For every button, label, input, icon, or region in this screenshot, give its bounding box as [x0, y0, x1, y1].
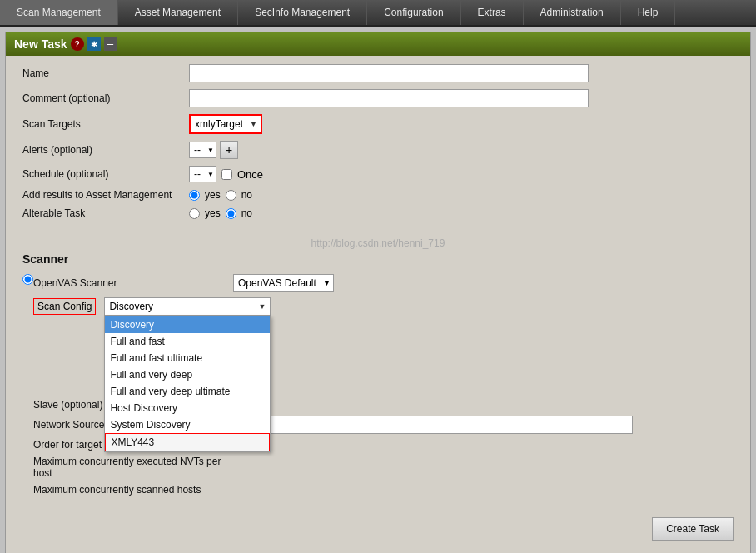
alterable-radio-wrapper: yes no: [189, 207, 734, 219]
bottom-bar: Create Task: [6, 509, 750, 549]
scan-config-dropdown-list: Discovery Full and fast Full and fast ul…: [104, 316, 271, 452]
scan-config-display[interactable]: Discovery ▼: [104, 297, 271, 316]
scan-targets-control: xmlyTarget: [189, 114, 734, 134]
alterable-control: yes no: [189, 207, 734, 219]
alerts-wrapper: -- +: [189, 141, 734, 159]
scanner-row: OpenVAS Scanner OpenVAS Default Scan Con…: [22, 274, 734, 501]
max-hosts-label: Maximum concurrently scanned hosts: [33, 484, 233, 496]
scan-config-dropdown-wrapper: Discovery ▼ Discovery Full and fast Full…: [104, 297, 271, 316]
once-label: Once: [237, 168, 263, 181]
settings-icon[interactable]: ✱: [87, 37, 101, 51]
add-results-no-radio[interactable]: [226, 190, 236, 201]
menu-secinfo-management[interactable]: SecInfo Management: [238, 0, 367, 25]
schedule-control: -- Once: [189, 166, 734, 182]
add-results-no-label: no: [241, 189, 252, 201]
scan-targets-label: Scan Targets: [22, 118, 189, 130]
alerts-select[interactable]: --: [189, 142, 216, 158]
dropdown-item-xmly443[interactable]: XMLY443: [105, 433, 270, 451]
menu-administration[interactable]: Administration: [524, 0, 621, 25]
alterable-yes-radio[interactable]: [189, 208, 200, 219]
scanner-fields: OpenVAS Scanner OpenVAS Default Scan Con…: [33, 274, 734, 501]
schedule-label: Schedule (optional): [22, 168, 189, 180]
menu-help[interactable]: Help: [621, 0, 676, 25]
add-results-row: Add results to Asset Management yes no: [22, 189, 734, 201]
name-input[interactable]: xmlyTask: [189, 64, 589, 82]
add-results-radio-wrapper: yes no: [189, 189, 734, 201]
menu-configuration[interactable]: Configuration: [367, 0, 460, 25]
add-results-yes-radio[interactable]: [189, 190, 200, 201]
openvas-scanner-select[interactable]: OpenVAS Default: [233, 274, 334, 292]
create-task-button[interactable]: Create Task: [652, 517, 734, 541]
scan-config-arrow: ▼: [258, 302, 266, 311]
alterable-row: Alterable Task yes no: [22, 207, 734, 219]
menu-asset-management[interactable]: Asset Management: [118, 0, 238, 25]
scan-config-label: Scan Config: [33, 298, 96, 315]
alterable-no-label: no: [241, 207, 252, 219]
max-nvts-label: Maximum concurrently executed NVTs per h…: [33, 456, 233, 479]
add-results-yes-label: yes: [205, 189, 221, 201]
alerts-select-wrapper: --: [189, 142, 216, 158]
alerts-add-button[interactable]: +: [220, 141, 238, 159]
openvas-scanner-select-wrapper: OpenVAS Default: [233, 274, 334, 292]
scan-targets-row: Scan Targets xmlyTarget: [22, 114, 734, 134]
scanner-section: Scanner OpenVAS Scanner OpenVAS Default …: [6, 252, 750, 501]
add-results-label: Add results to Asset Management: [22, 189, 189, 201]
dropdown-item-full-fast[interactable]: Full and fast: [105, 333, 270, 350]
scan-config-value: Discovery: [109, 301, 153, 312]
dropdown-item-discovery[interactable]: Discovery: [105, 316, 270, 333]
scan-target-select-wrapper: xmlyTarget: [189, 114, 262, 134]
schedule-row: Schedule (optional) -- Once: [22, 166, 734, 182]
max-nvts-row: Maximum concurrently executed NVTs per h…: [33, 456, 734, 479]
name-label: Name: [22, 67, 189, 79]
network-interface-input[interactable]: [233, 416, 633, 434]
alerts-row: Alerts (optional) -- +: [22, 141, 734, 159]
dropdown-item-full-very-deep[interactable]: Full and very deep: [105, 366, 270, 383]
menu-scan-management[interactable]: Scan Management: [0, 0, 118, 25]
menu-bar: Scan Management Asset Management SecInfo…: [0, 0, 756, 27]
scan-target-select[interactable]: xmlyTarget: [191, 116, 261, 132]
comment-label: Comment (optional): [22, 92, 189, 104]
help-icon[interactable]: ?: [71, 37, 84, 51]
dropdown-item-host-discovery[interactable]: Host Discovery: [105, 400, 270, 416]
alterable-no-radio[interactable]: [226, 208, 236, 219]
list-icon[interactable]: ☰: [104, 37, 117, 51]
openvas-scanner-label: OpenVAS Scanner: [33, 277, 233, 289]
page-title: New Task: [14, 37, 67, 51]
comment-control: xmlyTask: [189, 89, 734, 107]
dropdown-item-full-fast-ultimate[interactable]: Full and fast ultimate: [105, 350, 270, 366]
name-control: xmlyTask: [189, 64, 734, 82]
schedule-wrapper: -- Once: [189, 166, 734, 182]
add-results-control: yes no: [189, 189, 734, 201]
main-content: New Task ? ✱ ☰ Name xmlyTask Comment (op…: [5, 32, 751, 553]
alerts-control: -- +: [189, 141, 734, 159]
comment-row: Comment (optional) xmlyTask: [22, 89, 734, 107]
alterable-yes-label: yes: [205, 207, 221, 219]
schedule-select[interactable]: --: [189, 166, 216, 182]
alerts-label: Alerts (optional): [22, 144, 189, 156]
form-area: Name xmlyTask Comment (optional) xmlyTas…: [6, 56, 750, 234]
dropdown-item-full-very-deep-ultimate[interactable]: Full and very deep ultimate: [105, 383, 270, 400]
watermark: http://blog.csdn.net/henni_719: [6, 234, 750, 252]
dropdown-item-system-discovery[interactable]: System Discovery: [105, 416, 270, 433]
once-checkbox[interactable]: [221, 169, 232, 180]
scan-config-row: Scan Config Discovery ▼ Discovery Full a…: [33, 297, 734, 316]
alterable-label: Alterable Task: [22, 207, 189, 219]
title-bar: New Task ? ✱ ☰: [6, 32, 750, 56]
max-hosts-row: Maximum concurrently scanned hosts: [33, 484, 734, 496]
comment-input[interactable]: xmlyTask: [189, 89, 589, 107]
schedule-select-wrapper: --: [189, 166, 216, 182]
name-row: Name xmlyTask: [22, 64, 734, 82]
scanner-title: Scanner: [22, 252, 734, 266]
openvas-scanner-radio[interactable]: [22, 274, 33, 285]
menu-extras[interactable]: Extras: [461, 0, 524, 25]
openvas-scanner-row: OpenVAS Scanner OpenVAS Default: [33, 274, 734, 292]
